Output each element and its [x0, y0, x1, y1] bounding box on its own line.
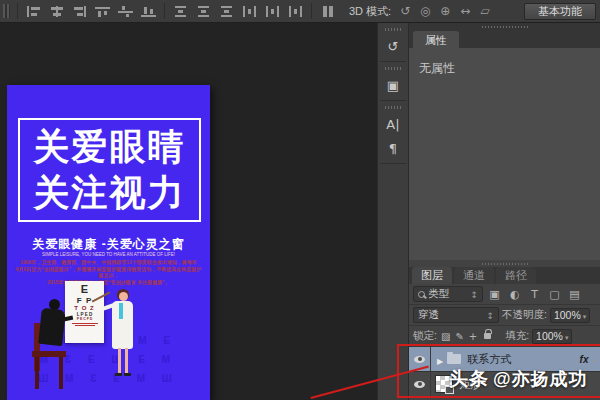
fill-value: 100% — [536, 330, 563, 342]
properties-tab-bar: 属性 — [409, 30, 600, 48]
distribute-top-edges-icon[interactable] — [173, 6, 188, 17]
poster-title-box: 关爱眼睛 关注视力 — [18, 118, 201, 222]
chair-leg — [35, 357, 39, 389]
eye-chart-divider — [75, 325, 95, 326]
properties-content: 无属性 — [409, 48, 600, 260]
poster-body-line: 2015年全国爱眼日的主题是“告别沙眼盲 关注眼健康”。 — [15, 279, 202, 286]
align-vertical-centers-icon[interactable] — [118, 6, 133, 17]
align-horizontal-centers-icon[interactable] — [49, 6, 64, 17]
filter-type-dropdown[interactable]: 类型 — [413, 286, 483, 302]
lock-transparent-pixels-icon[interactable]: ▨ — [441, 331, 450, 342]
dock-separator — [380, 100, 406, 101]
lock-label: 锁定: — [413, 329, 437, 343]
options-bar: 3D 模式: ↺ ◎ ⊕ ↔ ▱ 基本功能 — [0, 0, 600, 23]
filter-type-label: 类型 — [428, 287, 449, 301]
filter-type-layers-icon[interactable]: T — [526, 287, 543, 302]
poster-title-line1: 关爱眼睛 — [34, 124, 186, 170]
dock-separator — [380, 61, 406, 62]
poster-body-line: 1996年，卫生部、教育部、团中央、中国残联等12个部委联合发出通知，将每年 — [15, 259, 202, 266]
poster-document[interactable]: E Ш M Ɛ M E M Ɛ E Ш E M Ш M Ɛ E M Ш 关爱眼睛… — [7, 85, 210, 400]
search-icon — [418, 291, 425, 298]
photoshop-window: 3D 模式: ↺ ◎ ⊕ ↔ ▱ 基本功能 E Ш M Ɛ M E M Ɛ E … — [0, 0, 600, 400]
distribute-left-edges-icon[interactable] — [242, 6, 257, 17]
toolbar-separator — [17, 3, 18, 19]
opacity-input[interactable]: 100% — [550, 308, 590, 323]
align-bottom-edges-icon[interactable] — [141, 6, 156, 17]
chair-leg — [59, 357, 63, 389]
doctor-shoe — [115, 373, 122, 376]
fill-label: 填充: — [505, 329, 529, 343]
distribute-right-edges-icon[interactable] — [288, 6, 303, 17]
layers-tab-bar: 图层 通道 路径 — [409, 267, 600, 284]
doctor-head — [119, 292, 128, 301]
poster-tagline-en: SIMPLE LEISURE, YOU NEED TO HAVE AN ATTI… — [7, 252, 210, 257]
dropdown-arrows-icon — [470, 288, 478, 300]
align-left-edges-icon[interactable] — [26, 6, 41, 17]
dock-grip[interactable] — [385, 67, 401, 70]
dock-grip[interactable] — [385, 106, 401, 109]
blend-mode-value: 穿透 — [418, 308, 439, 322]
eye-chart-row: E — [65, 283, 104, 296]
3d-roll-icon[interactable]: ◎ — [415, 4, 435, 18]
fill-input[interactable]: 100% — [532, 329, 572, 344]
3d-orbit-icon[interactable]: ↺ — [395, 4, 415, 18]
tab-layers[interactable]: 图层 — [412, 267, 452, 284]
canvas-area[interactable]: E Ш M Ɛ M E M Ɛ E Ш E M Ш M Ɛ E M Ш 关爱眼睛… — [0, 23, 377, 400]
blend-mode-dropdown[interactable]: 穿透 — [413, 307, 499, 323]
blend-mode-row: 穿透 不透明度: 100% — [409, 305, 600, 326]
character-panel-icon[interactable]: A| — [378, 112, 408, 136]
distribute-horizontal-centers-icon[interactable] — [265, 6, 280, 17]
poster-title-line2: 关注视力 — [34, 170, 186, 216]
panel-grip[interactable] — [482, 26, 528, 28]
doctor-leg — [125, 348, 128, 374]
filter-pixel-layers-icon[interactable]: ▣ — [486, 287, 503, 302]
distribute-vertical-centers-icon[interactable] — [196, 6, 211, 17]
align-top-edges-icon[interactable] — [95, 6, 110, 17]
toolbar-separator — [311, 3, 312, 19]
watermark: 头条@亦扬成功 — [449, 366, 588, 392]
doctor-shoe — [124, 373, 131, 376]
dock-separator — [380, 163, 406, 164]
paragraph-panel-icon[interactable]: ¶ — [378, 136, 408, 160]
toolbar-separator — [164, 3, 165, 19]
poster-subtitle: 关爱眼健康 -关爱心灵之窗 — [7, 236, 210, 253]
watermark-brand: 头条 — [449, 368, 489, 389]
lock-all-icon[interactable] — [484, 333, 491, 339]
toolbar-grip[interactable] — [3, 4, 10, 18]
tab-properties[interactable]: 属性 — [413, 31, 459, 49]
3d-slide-icon[interactable]: ↔ — [455, 4, 475, 18]
3d-scale-icon[interactable]: ▱ — [475, 4, 495, 18]
styles-panel-icon[interactable]: ▣ — [378, 73, 408, 97]
history-panel-icon[interactable]: ↺ — [378, 34, 408, 58]
doctor-leg — [118, 348, 121, 374]
lock-image-pixels-icon[interactable]: ✎ — [455, 331, 463, 342]
properties-panel: 属性 无属性 — [409, 23, 600, 260]
opacity-value: 100% — [554, 309, 581, 321]
no-properties-text: 无属性 — [419, 61, 455, 75]
align-right-edges-icon[interactable] — [72, 6, 87, 17]
dropdown-arrows-icon — [486, 309, 494, 321]
poster-body-text: 1996年，卫生部、教育部、团中央、中国残联等12个部委联合发出通知，将每年 6… — [15, 259, 202, 285]
doctor-stethoscope — [119, 303, 123, 319]
layer-filter-row: 类型 ▣ ◐ T ▢ ▤ — [409, 284, 600, 305]
panel-grip[interactable] — [482, 263, 528, 265]
poster-body-line: 6月6日定为“全国爱眼日”，并普遍开展爱眼护眼宣传教育活动，不断提高全民爱眼护眼… — [15, 266, 202, 279]
filter-shape-layers-icon[interactable]: ▢ — [546, 287, 563, 302]
eye-chart: E F P T O Z L P E D P E C F D — [65, 281, 104, 343]
3d-mode-label: 3D 模式: — [349, 4, 391, 19]
filter-smart-objects-icon[interactable]: ▤ — [566, 287, 583, 302]
eye-chart-row: T O Z — [65, 305, 104, 312]
dock-grip[interactable] — [385, 28, 401, 31]
3d-pan-icon[interactable]: ⊕ — [435, 4, 455, 18]
tab-paths[interactable]: 路径 — [496, 267, 536, 284]
patient-silhouette-body — [38, 308, 66, 346]
watermark-handle: @亦扬成功 — [493, 369, 588, 389]
dropdown-arrow-icon — [583, 309, 587, 321]
workspace-switcher-button[interactable]: 基本功能 — [524, 3, 596, 20]
filter-adjustment-layers-icon[interactable]: ◐ — [506, 287, 523, 302]
auto-align-layers-icon[interactable] — [320, 6, 335, 17]
lock-position-icon[interactable]: + — [469, 331, 477, 342]
tab-channels[interactable]: 通道 — [454, 267, 494, 284]
eye-chart-divider — [72, 323, 98, 324]
distribute-bottom-edges-icon[interactable] — [219, 6, 234, 17]
